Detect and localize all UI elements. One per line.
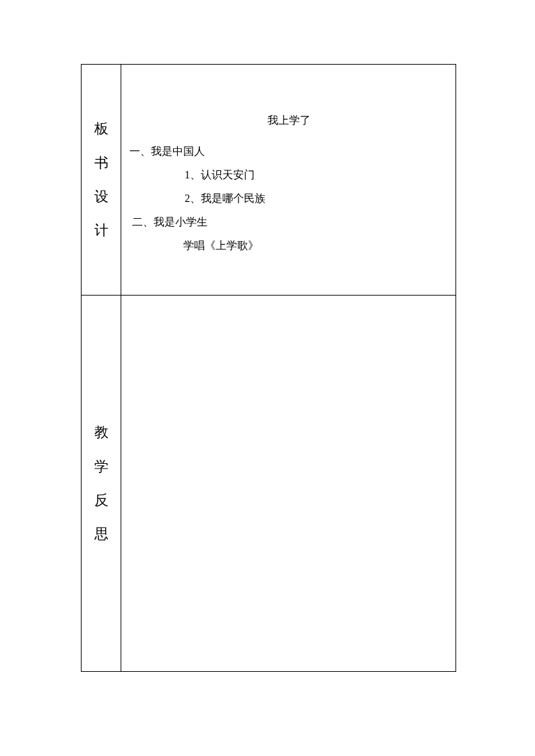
board-design-label: 板 书 设 计 xyxy=(82,112,121,248)
label-char: 计 xyxy=(82,213,121,247)
label-char: 教 xyxy=(82,415,121,449)
reflection-label: 教 学 反 思 xyxy=(82,415,121,551)
label-char: 设 xyxy=(82,180,121,213)
board-title: 我上学了 xyxy=(129,108,449,132)
board-design-line: 一、我是中国人 xyxy=(129,139,449,163)
table-row: 教 学 反 思 xyxy=(82,296,456,672)
label-char: 书 xyxy=(82,146,121,180)
board-design-line: 2、我是哪个民族 xyxy=(129,186,449,210)
reflection-content xyxy=(121,468,455,499)
label-char: 思 xyxy=(82,517,121,551)
label-char: 学 xyxy=(82,450,121,483)
reflection-content-cell xyxy=(121,296,456,672)
label-char: 板 xyxy=(82,112,121,145)
table-row: 板 书 设 计 我上学了 一、我是中国人1、认识天安门2、我是哪个民族二、我是小… xyxy=(82,65,456,296)
board-design-content-cell: 我上学了 一、我是中国人1、认识天安门2、我是哪个民族二、我是小学生学唱《上学歌… xyxy=(121,65,456,296)
board-design-line: 学唱《上学歌》 xyxy=(129,234,449,257)
board-design-line: 1、认识天安门 xyxy=(129,163,449,186)
lesson-plan-table: 板 书 设 计 我上学了 一、我是中国人1、认识天安门2、我是哪个民族二、我是小… xyxy=(81,64,456,672)
reflection-label-cell: 教 学 反 思 xyxy=(82,296,121,672)
document-page: 板 书 设 计 我上学了 一、我是中国人1、认识天安门2、我是哪个民族二、我是小… xyxy=(0,0,535,756)
board-design-label-cell: 板 书 设 计 xyxy=(82,65,121,296)
label-char: 反 xyxy=(82,483,121,517)
board-design-content: 我上学了 一、我是中国人1、认识天安门2、我是哪个民族二、我是小学生学唱《上学歌… xyxy=(121,90,455,269)
board-design-line: 二、我是小学生 xyxy=(129,210,449,234)
